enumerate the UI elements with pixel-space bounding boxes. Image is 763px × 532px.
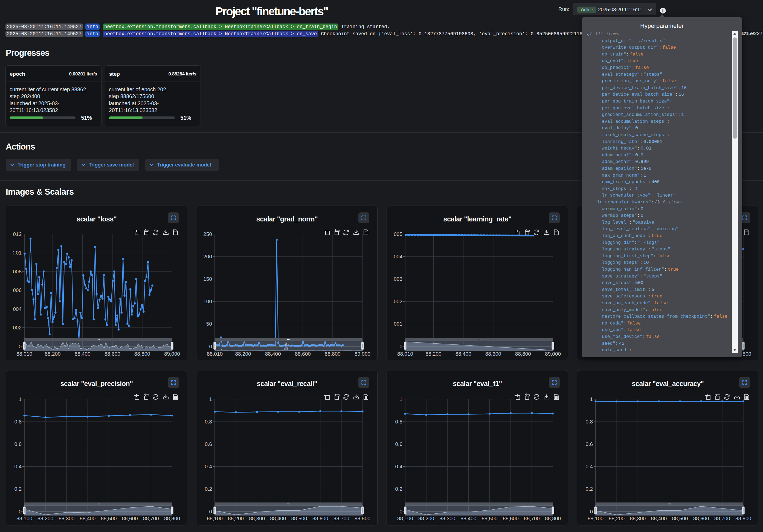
svg-text:scalar "grad_norm": scalar "grad_norm" <box>256 215 318 223</box>
svg-text:88,800: 88,800 <box>355 516 371 521</box>
svg-text:0.8: 0.8 <box>205 419 212 424</box>
svg-text:0.4: 0.4 <box>586 464 593 469</box>
svg-text:0.00005: 0.00005 <box>387 231 402 237</box>
svg-text:88,600: 88,600 <box>693 516 709 521</box>
svg-text:88,200: 88,200 <box>228 516 244 521</box>
svg-text:88,100: 88,100 <box>588 516 603 521</box>
svg-text:250: 250 <box>203 231 212 237</box>
svg-text:88,400: 88,400 <box>75 351 90 357</box>
svg-text:88,500: 88,500 <box>101 516 117 521</box>
svg-text:89,000: 89,000 <box>164 351 180 357</box>
svg-text:scalar "learning_rate": scalar "learning_rate" <box>443 215 511 223</box>
svg-text:88,200: 88,200 <box>609 516 624 521</box>
svg-text:88,400: 88,400 <box>80 516 95 521</box>
svg-text:0.00003: 0.00003 <box>387 276 402 282</box>
svg-text:88,300: 88,300 <box>439 516 455 521</box>
svg-text:88,200: 88,200 <box>418 516 434 521</box>
svg-text:100: 100 <box>203 299 212 304</box>
svg-text:88,600: 88,600 <box>503 516 519 521</box>
svg-text:88,400: 88,400 <box>461 516 476 521</box>
svg-text:0: 0 <box>19 509 22 514</box>
svg-text:88,800: 88,800 <box>735 516 751 521</box>
svg-text:0: 0 <box>209 509 212 514</box>
svg-text:0.2: 0.2 <box>15 486 22 492</box>
svg-text:88,600: 88,600 <box>104 351 120 357</box>
svg-text:88,200: 88,200 <box>235 351 251 357</box>
svg-text:0.8: 0.8 <box>395 419 402 424</box>
svg-text:0.008: 0.008 <box>9 269 22 275</box>
svg-text:0.00001: 0.00001 <box>387 321 402 327</box>
svg-text:0: 0 <box>590 509 593 514</box>
svg-text:0.8: 0.8 <box>586 419 593 424</box>
svg-text:0.6: 0.6 <box>395 441 402 447</box>
svg-text:scalar "eval_precision": scalar "eval_precision" <box>60 380 133 388</box>
svg-text:88,010: 88,010 <box>207 351 223 357</box>
svg-text:88,100: 88,100 <box>207 516 223 521</box>
svg-text:88,200: 88,200 <box>426 351 442 357</box>
svg-text:0.2: 0.2 <box>205 486 212 492</box>
svg-text:200: 200 <box>203 254 212 259</box>
svg-text:0.01: 0.01 <box>12 250 22 256</box>
svg-text:88,300: 88,300 <box>630 516 646 521</box>
svg-text:scalar "eval_f1": scalar "eval_f1" <box>453 380 502 388</box>
svg-text:0: 0 <box>399 509 402 514</box>
svg-text:88,600: 88,600 <box>312 516 328 521</box>
svg-text:0.2: 0.2 <box>395 486 402 492</box>
svg-text:89,000: 89,000 <box>545 351 561 357</box>
svg-text:88,600: 88,600 <box>295 351 311 357</box>
svg-text:0.2: 0.2 <box>586 486 593 492</box>
svg-text:150: 150 <box>203 276 212 282</box>
svg-text:0: 0 <box>19 344 22 349</box>
svg-text:88,800: 88,800 <box>164 516 180 521</box>
svg-text:88,600: 88,600 <box>122 516 138 521</box>
svg-text:88,800: 88,800 <box>545 516 561 521</box>
svg-text:0.6: 0.6 <box>205 441 212 447</box>
svg-text:0.006: 0.006 <box>9 287 22 293</box>
svg-text:88,700: 88,700 <box>714 516 730 521</box>
svg-text:88,200: 88,200 <box>45 351 61 357</box>
svg-text:0.012: 0.012 <box>9 231 22 237</box>
svg-text:0.00002: 0.00002 <box>387 299 402 304</box>
svg-text:88,010: 88,010 <box>397 351 413 357</box>
svg-text:0.4: 0.4 <box>15 464 22 469</box>
svg-text:88,700: 88,700 <box>143 516 159 521</box>
svg-text:88,500: 88,500 <box>672 516 688 521</box>
svg-text:88,400: 88,400 <box>456 351 471 357</box>
svg-text:0.4: 0.4 <box>205 464 212 469</box>
svg-text:0.00004: 0.00004 <box>387 254 402 259</box>
svg-text:88,700: 88,700 <box>524 516 540 521</box>
svg-text:88,400: 88,400 <box>265 351 281 357</box>
svg-text:scalar "loss": scalar "loss" <box>77 215 117 223</box>
svg-text:88,300: 88,300 <box>249 516 265 521</box>
svg-text:1: 1 <box>399 397 402 402</box>
svg-text:88,400: 88,400 <box>270 516 286 521</box>
svg-text:0: 0 <box>399 344 402 349</box>
svg-text:89,000: 89,000 <box>355 351 371 357</box>
svg-text:88,100: 88,100 <box>397 516 413 521</box>
svg-text:88,200: 88,200 <box>38 516 54 521</box>
svg-text:88,800: 88,800 <box>515 351 531 357</box>
svg-text:88,010: 88,010 <box>16 351 32 357</box>
svg-text:88,400: 88,400 <box>651 516 667 521</box>
svg-text:88,800: 88,800 <box>134 351 150 357</box>
svg-text:88,700: 88,700 <box>334 516 349 521</box>
svg-text:0.002: 0.002 <box>9 325 22 330</box>
svg-text:88,100: 88,100 <box>16 516 32 521</box>
svg-text:scalar "eval_recall": scalar "eval_recall" <box>257 380 317 388</box>
svg-text:88,600: 88,600 <box>485 351 501 357</box>
svg-text:50: 50 <box>206 321 212 327</box>
svg-text:0.4: 0.4 <box>395 464 403 469</box>
svg-text:88,800: 88,800 <box>325 351 341 357</box>
svg-text:1: 1 <box>19 397 22 402</box>
svg-text:0.004: 0.004 <box>9 306 22 312</box>
svg-text:1: 1 <box>209 397 212 402</box>
svg-text:scalar "eval_accuracy": scalar "eval_accuracy" <box>632 380 704 388</box>
svg-text:0.6: 0.6 <box>586 441 593 447</box>
svg-text:0.8: 0.8 <box>15 419 22 424</box>
svg-text:0.6: 0.6 <box>15 441 22 447</box>
svg-text:88,300: 88,300 <box>58 516 74 521</box>
svg-text:0: 0 <box>209 344 212 349</box>
svg-text:88,500: 88,500 <box>482 516 497 521</box>
svg-text:1: 1 <box>590 397 593 402</box>
svg-text:88,500: 88,500 <box>291 516 307 521</box>
